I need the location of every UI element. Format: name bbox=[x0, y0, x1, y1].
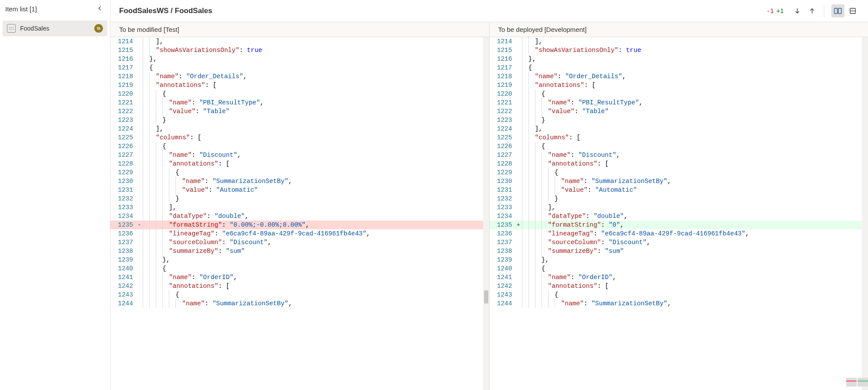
code-line[interactable]: 1228"annotations": [ bbox=[110, 159, 489, 168]
code-line[interactable]: 1220{ bbox=[110, 90, 489, 98]
indent-guides bbox=[143, 264, 162, 273]
line-number: 1233 bbox=[110, 203, 137, 212]
code-line[interactable]: 1237"sourceColumn": "Discount", bbox=[110, 238, 489, 247]
code-content: { bbox=[162, 90, 489, 98]
indent-guides bbox=[143, 290, 175, 299]
right-scrollbar[interactable] bbox=[862, 37, 868, 390]
code-line[interactable]: 1230"name": "SummarizationSetBy", bbox=[110, 177, 489, 186]
code-line[interactable]: 1240{ bbox=[110, 264, 489, 273]
code-line[interactable]: 1243{ bbox=[110, 290, 489, 299]
code-line[interactable]: 1239}, bbox=[490, 255, 868, 264]
code-line[interactable]: 1227"name": "Discount", bbox=[490, 151, 868, 159]
code-content: "name": "OrderID", bbox=[548, 273, 868, 282]
code-line[interactable]: 1236"lineageTag": "e6ca9cf4-89aa-429f-9c… bbox=[490, 229, 868, 238]
code-line[interactable]: 1230"name": "SummarizationSetBy", bbox=[490, 177, 868, 186]
minimap[interactable] bbox=[846, 378, 868, 387]
code-line[interactable]: 1232} bbox=[490, 194, 868, 203]
code-content: "value": "Automatic" bbox=[561, 186, 868, 194]
next-diff-button[interactable] bbox=[791, 4, 804, 17]
code-line[interactable]: 1229{ bbox=[490, 168, 868, 177]
inline-view-button[interactable] bbox=[846, 4, 859, 17]
code-line[interactable]: 1215"showAsVariationsOnly": true bbox=[110, 46, 489, 55]
left-scrollbar[interactable] bbox=[483, 37, 489, 390]
diff-status-icon bbox=[94, 24, 103, 33]
code-line[interactable]: 1242"annotations": [ bbox=[110, 282, 489, 290]
code-line[interactable]: 1215"showAsVariationsOnly": true bbox=[490, 46, 868, 55]
line-number: 1232 bbox=[110, 194, 137, 203]
code-line[interactable]: 1240{ bbox=[490, 264, 868, 273]
code-line[interactable]: 1222"value": "Table" bbox=[490, 107, 868, 116]
left-pane[interactable]: 1214],1215"showAsVariationsOnly": true12… bbox=[110, 37, 490, 390]
code-line[interactable]: 1234"dataType": "double", bbox=[110, 212, 489, 221]
code-line[interactable]: 1224], bbox=[110, 124, 489, 133]
code-line[interactable]: 1221"name": "PBI_ResultType", bbox=[110, 98, 489, 107]
code-line[interactable]: 1214], bbox=[490, 37, 868, 46]
right-pane[interactable]: 1214],1215"showAsVariationsOnly": true12… bbox=[490, 37, 868, 390]
diff-sign: - bbox=[137, 221, 143, 229]
code-line[interactable]: 1227"name": "Discount", bbox=[110, 151, 489, 159]
code-line[interactable]: 1232} bbox=[110, 194, 489, 203]
indent-guides bbox=[143, 282, 169, 290]
code-line[interactable]: 1218"name": "Order_Details", bbox=[490, 72, 868, 81]
code-line[interactable]: 1225"columns": [ bbox=[110, 133, 489, 142]
code-line[interactable]: 1235-"formatString": "0.00%;-0.00%;0.00%… bbox=[110, 221, 489, 229]
code-line[interactable]: 1244"name": "SummarizationSetBy", bbox=[110, 299, 489, 308]
code-line[interactable]: 1224], bbox=[490, 124, 868, 133]
code-line[interactable]: 1216}, bbox=[110, 55, 489, 63]
line-number: 1222 bbox=[490, 107, 517, 116]
svg-point-4 bbox=[9, 29, 10, 30]
code-line[interactable]: 1237"sourceColumn": "Discount", bbox=[490, 238, 868, 247]
code-line[interactable]: 1216}, bbox=[490, 55, 868, 63]
code-line[interactable]: 1223} bbox=[490, 116, 868, 124]
collapse-sidebar-icon[interactable] bbox=[95, 3, 105, 14]
line-number: 1219 bbox=[110, 81, 137, 90]
indent-guides bbox=[522, 63, 528, 72]
code-line[interactable]: 1217{ bbox=[110, 63, 489, 72]
code-line[interactable]: 1219"annotations": [ bbox=[490, 81, 868, 90]
prev-diff-button[interactable] bbox=[806, 4, 819, 17]
code-line[interactable]: 1223} bbox=[110, 116, 489, 124]
code-line[interactable]: 1233], bbox=[110, 203, 489, 212]
diff-sign bbox=[137, 133, 143, 142]
code-line[interactable]: 1214], bbox=[110, 37, 489, 46]
code-line[interactable]: 1244"name": "SummarizationSetBy", bbox=[490, 299, 868, 308]
code-line[interactable]: 1242"annotations": [ bbox=[490, 282, 868, 290]
diff-sign bbox=[517, 168, 522, 177]
code-content: "annotations": [ bbox=[548, 159, 868, 168]
code-line[interactable]: 1235+"formatString": "0", bbox=[490, 221, 868, 229]
indent-guides bbox=[522, 133, 535, 142]
code-line[interactable]: 1241"name": "OrderID", bbox=[110, 273, 489, 282]
diff-added-count: +1 bbox=[776, 7, 784, 14]
diff-removed-count: -1 bbox=[766, 7, 774, 14]
code-line[interactable]: 1234"dataType": "double", bbox=[490, 212, 868, 221]
code-line[interactable]: 1220{ bbox=[490, 90, 868, 98]
code-line[interactable]: 1217{ bbox=[490, 63, 868, 72]
code-content: "lineageTag": "e6ca9cf4-89aa-429f-9cad-4… bbox=[169, 229, 489, 238]
code-line[interactable]: 1231"value": "Automatic" bbox=[490, 186, 868, 194]
diff-sign bbox=[517, 81, 522, 90]
code-line[interactable]: 1238"summarizeBy": "sum" bbox=[490, 247, 868, 255]
code-line[interactable]: 1221"name": "PBI_ResultType", bbox=[490, 98, 868, 107]
code-line[interactable]: 1226{ bbox=[110, 142, 489, 151]
code-line[interactable]: 1239}, bbox=[110, 255, 489, 264]
code-line[interactable]: 1233], bbox=[490, 203, 868, 212]
code-line[interactable]: 1228"annotations": [ bbox=[490, 159, 868, 168]
side-by-side-view-button[interactable] bbox=[831, 4, 844, 17]
line-number: 1235 bbox=[110, 221, 137, 229]
indent-guides bbox=[522, 212, 548, 221]
code-line[interactable]: 1226{ bbox=[490, 142, 868, 151]
code-line[interactable]: 1225"columns": [ bbox=[490, 133, 868, 142]
code-line[interactable]: 1229{ bbox=[110, 168, 489, 177]
code-line[interactable]: 1238"summarizeBy": "sum" bbox=[110, 247, 489, 255]
code-line[interactable]: 1231"value": "Automatic" bbox=[110, 186, 489, 194]
code-line[interactable]: 1222"value": "Table" bbox=[110, 107, 489, 116]
code-line[interactable]: 1243{ bbox=[490, 290, 868, 299]
code-line[interactable]: 1241"name": "OrderID", bbox=[490, 273, 868, 282]
code-line[interactable]: 1219"annotations": [ bbox=[110, 81, 489, 90]
diff-sign bbox=[517, 273, 522, 282]
code-line[interactable]: 1218"name": "Order_Details", bbox=[110, 72, 489, 81]
sidebar-item-foodsales[interactable]: FoodSales bbox=[3, 21, 107, 36]
code-content: "annotations": [ bbox=[156, 81, 489, 90]
code-line[interactable]: 1236"lineageTag": "e6ca9cf4-89aa-429f-9c… bbox=[110, 229, 489, 238]
line-number: 1218 bbox=[490, 72, 517, 81]
